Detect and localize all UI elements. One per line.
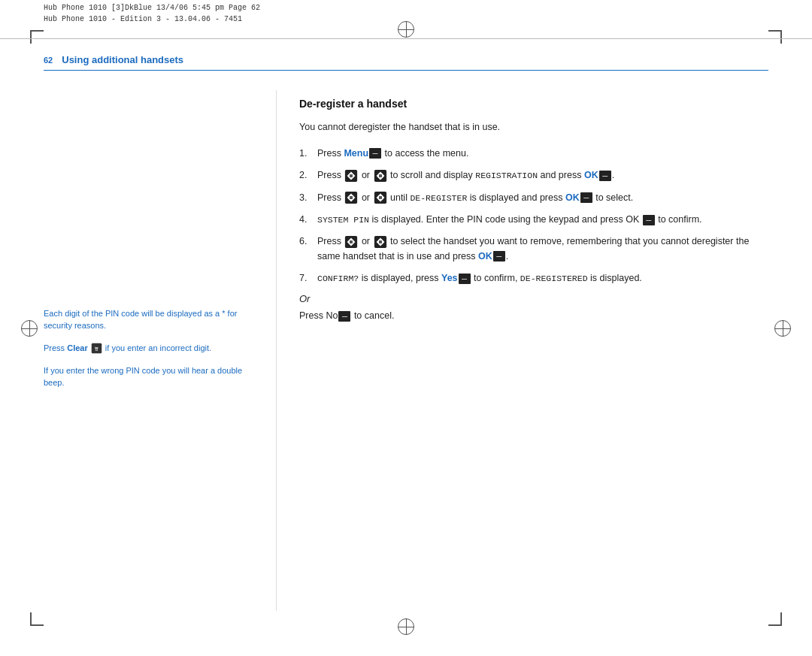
nav-down-icon-2 (374, 169, 387, 183)
content-heading: De-register a handset (299, 98, 768, 110)
step-2-num: 2. (299, 168, 313, 183)
svg-rect-20 (350, 196, 353, 199)
nav-down-icon-3 (374, 191, 387, 204)
clear-label: Clear (67, 343, 88, 352)
no-btn-icon: — (338, 311, 350, 322)
crosshair-left (21, 320, 38, 337)
page-section: 62 Using additional handsets (44, 54, 768, 71)
page-number: 62 (44, 56, 53, 65)
left-note-2: Press Clear 8 tuv if you enter an incorr… (44, 343, 261, 355)
steps-list: 1. Press Menu— to access the menu. 2. Pr… (299, 147, 768, 286)
note2-text: Press Clear 8 tuv if you enter an incorr… (44, 343, 211, 352)
press-no-line: Press No— to cancel. (299, 310, 768, 322)
step-6: 6. Press or (299, 234, 768, 264)
step-2: 2. Press or (299, 168, 768, 183)
step-4: 4. SYSTEM PIN is displayed. Enter the PI… (299, 213, 768, 227)
step-7: 7. CONFIRM? is displayed, press Yes— to … (299, 271, 768, 286)
step-3-content: Press or (317, 191, 768, 205)
two-column-layout: Each digit of the PIN code will be displ… (44, 90, 768, 611)
crosshair-bottom (398, 618, 414, 635)
svg-text:tuv: tuv (95, 346, 98, 349)
ok-label-6: OK (478, 251, 492, 261)
ok-btn-icon-4: — (643, 215, 655, 225)
step-4-num: 4. (299, 213, 313, 227)
step-2-content: Press or (317, 168, 768, 183)
ok-btn-icon-6: — (493, 251, 505, 261)
step-1-content: Press Menu— to access the menu. (317, 147, 768, 161)
note1-text: Each digit of the PIN code will be displ… (44, 309, 237, 330)
svg-rect-8 (350, 174, 353, 177)
ok-label-3: OK (565, 192, 580, 203)
header-line2: Hub Phone 1010 - Edition 3 - 13.04.06 - … (44, 15, 242, 23)
or-text: Or (299, 293, 768, 304)
crosshair-right (774, 320, 791, 337)
corner-mark-bl (30, 612, 44, 626)
no-label: No (326, 310, 338, 321)
step-6-num: 6. (299, 234, 313, 264)
system-pin-mono: SYSTEM PIN (317, 215, 369, 225)
left-note-1: Each digit of the PIN code will be displ… (44, 308, 261, 332)
svg-rect-14 (379, 174, 382, 177)
header-line1: Hub Phone 1010 [3]DkBlue 13/4/06 5:45 pm… (44, 4, 260, 12)
yes-label: Yes (441, 273, 458, 283)
intro-text: You cannot deregister the handset that i… (299, 120, 768, 135)
yes-btn-icon: — (459, 274, 471, 284)
section-title: Using additional handsets (62, 54, 183, 65)
left-note-3: If you enter the wrong PIN code you will… (44, 365, 261, 389)
nav-up-icon-3 (344, 191, 358, 204)
divider-line (44, 70, 768, 71)
de-registered-mono: DE-REGISTERED (520, 274, 588, 283)
step-7-num: 7. (299, 271, 313, 286)
ok-btn-icon-2: — (599, 171, 611, 181)
deregister-mono: DE-REGISTER (410, 193, 467, 203)
corner-mark-br (768, 612, 782, 626)
svg-rect-26 (379, 196, 382, 199)
ok-btn-icon-3: — (580, 192, 592, 203)
confirm-mono: CONFIRM? (317, 274, 359, 283)
menu-label: Menu (344, 148, 368, 159)
nav-up-icon-6 (344, 235, 358, 249)
step-7-content: CONFIRM? is displayed, press Yes— to con… (317, 271, 768, 286)
header-area: Hub Phone 1010 [3]DkBlue 13/4/06 5:45 pm… (0, 0, 812, 39)
svg-rect-38 (379, 240, 382, 243)
nav-down-icon-6 (374, 235, 387, 249)
registration-mono: REGISTRATION (475, 171, 538, 180)
svg-rect-32 (350, 240, 353, 243)
ok-label-2: OK (584, 170, 598, 180)
step-4-content: SYSTEM PIN is displayed. Enter the PIN c… (317, 213, 768, 227)
nav-up-icon-2 (344, 169, 358, 183)
step-1-num: 1. (299, 147, 313, 161)
step-3: 3. Press or (299, 191, 768, 205)
note3-text: If you enter the wrong PIN code you will… (44, 366, 242, 387)
left-column: Each digit of the PIN code will be displ… (44, 90, 277, 611)
right-column: De-register a handset You cannot deregis… (277, 90, 768, 611)
step-3-num: 3. (299, 191, 313, 205)
step-6-content: Press or (317, 234, 768, 264)
menu-btn-icon: — (369, 148, 381, 159)
step-1: 1. Press Menu— to access the menu. (299, 147, 768, 161)
